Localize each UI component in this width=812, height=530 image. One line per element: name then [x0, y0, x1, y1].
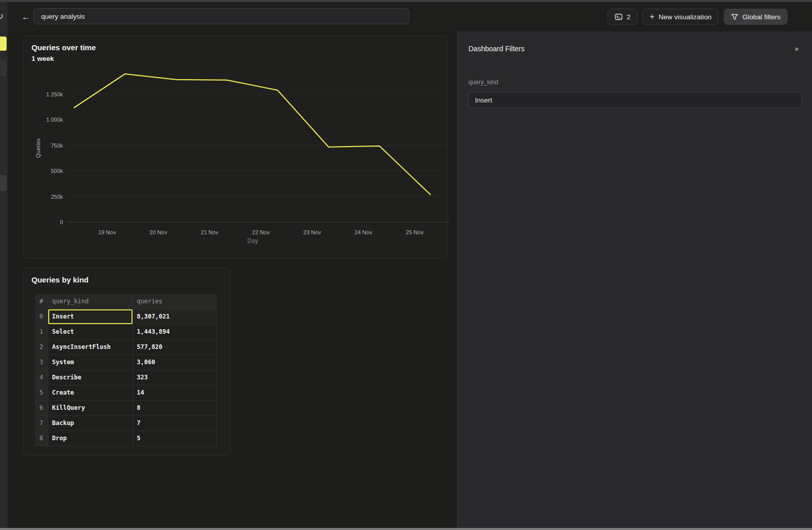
y-tick-label: 0 [60, 219, 63, 225]
row-index-cell[interactable]: 3 [35, 355, 48, 370]
sql-console-count-button[interactable]: 2 [607, 9, 638, 25]
table-header: #query_kindqueries [35, 294, 216, 309]
query-kind-cell[interactable]: KillQuery [48, 400, 132, 415]
topbar-actions: 2 + New visualization Global filters [607, 9, 788, 25]
row-index-cell[interactable]: 0 [35, 309, 48, 324]
top-bar: ← 2 + New visualization Global filter [8, 2, 812, 31]
table-title: Queries by kind [31, 275, 89, 284]
dashboard-title-input[interactable] [33, 8, 410, 24]
row-index-cell[interactable]: 4 [35, 370, 48, 385]
close-icon[interactable]: × [792, 44, 801, 53]
back-button[interactable]: ← [19, 11, 32, 24]
x-tick-label: 23 Nov [303, 229, 321, 235]
table-row[interactable]: 2AsyncInsertFlush577,820 [35, 339, 216, 355]
x-tick-label: 20 Nov [150, 229, 167, 235]
panel-title: Dashboard Filters [468, 45, 525, 53]
queries-count-cell[interactable]: 323 [132, 370, 216, 385]
sql-console-count-label: 2 [627, 13, 631, 21]
table-row[interactable]: 7Backup7 [35, 415, 216, 431]
sidebar-item-active[interactable] [0, 37, 7, 51]
queries-count-cell[interactable]: 8,307,021 [132, 309, 216, 324]
table-row[interactable]: 5Create14 [35, 385, 216, 400]
table-row[interactable]: 1Select1,443,894 [35, 324, 216, 339]
query-kind-cell[interactable]: Drop [48, 431, 132, 446]
query-kind-cell[interactable]: Select [48, 324, 132, 339]
table-row[interactable]: 0Insert8,307,021 [35, 309, 216, 324]
table-row[interactable]: 4Describe323 [35, 370, 216, 385]
left-sidebar-rail: ↻ [0, 2, 8, 528]
global-filters-label: Global filters [742, 13, 781, 21]
query-kind-cell[interactable]: Create [48, 385, 132, 400]
x-tick-label: 21 Nov [201, 229, 219, 235]
queries-count-cell[interactable]: 7 [132, 415, 216, 431]
line-series [74, 74, 430, 195]
filter-field-input[interactable] [468, 92, 802, 108]
y-tick-label: 1 000k [46, 117, 63, 123]
queries-count-cell[interactable]: 8 [132, 400, 216, 415]
query-kind-cell[interactable]: Describe [48, 370, 132, 385]
queries-count-cell[interactable]: 5 [132, 431, 216, 446]
queries-over-time-card: Queries over time 1 week 0250k500k750k1 … [23, 36, 448, 258]
y-tick-label: 500k [51, 168, 63, 174]
column-header[interactable]: queries [132, 294, 216, 309]
row-index-cell[interactable]: 1 [35, 324, 48, 339]
window-bottom-edge [0, 528, 812, 530]
queries-table: #query_kindqueries 0Insert8,307,0211Sele… [35, 294, 217, 446]
column-header[interactable]: # [35, 294, 48, 309]
new-visualization-label: New visualization [659, 13, 712, 21]
x-tick-label: 19 Nov [98, 229, 116, 235]
filter-field-label: query_kind [468, 79, 801, 86]
y-tick-label: 750k [51, 143, 63, 149]
column-header[interactable]: query_kind [48, 294, 132, 309]
y-axis-title: Queries [35, 138, 41, 158]
sql-console-icon [615, 13, 623, 21]
x-tick-label: 22 Nov [252, 229, 270, 235]
row-index-cell[interactable]: 5 [35, 385, 48, 400]
queries-count-cell[interactable]: 3,060 [132, 355, 216, 370]
queries-by-kind-card: Queries by kind #query_kindqueries 0Inse… [23, 268, 230, 455]
x-axis-title: Day [247, 237, 258, 244]
query-kind-cell[interactable]: AsyncInsertFlush [48, 339, 132, 355]
row-index-cell[interactable]: 2 [35, 339, 48, 355]
y-tick-label: 1 250k [46, 91, 63, 97]
global-filters-button[interactable]: Global filters [724, 9, 788, 25]
queries-count-cell[interactable]: 577,820 [132, 339, 216, 355]
plus-icon: + [650, 13, 654, 21]
table-row[interactable]: 8Drop5 [35, 431, 216, 446]
refresh-icon[interactable]: ↻ [0, 11, 4, 22]
panel-header: Dashboard Filters × [458, 31, 812, 66]
sidebar-item[interactable] [0, 60, 7, 76]
row-index-cell[interactable]: 6 [35, 400, 48, 415]
queries-count-cell[interactable]: 14 [132, 385, 216, 400]
queries-count-cell[interactable]: 1,443,894 [132, 324, 216, 339]
table-row[interactable]: 6KillQuery8 [35, 400, 216, 415]
query-kind-cell[interactable]: Backup [48, 415, 132, 431]
query-kind-cell[interactable]: System [48, 355, 132, 370]
funnel-icon [731, 13, 738, 21]
line-chart[interactable]: 0250k500k750k1 000k1 250k19 Nov20 Nov21 … [23, 36, 449, 259]
x-tick-label: 25 Nov [406, 229, 424, 235]
table-row[interactable]: 3System3,060 [35, 355, 216, 370]
sidebar-item[interactable] [0, 175, 7, 191]
new-visualization-button[interactable]: + New visualization [642, 9, 719, 25]
y-tick-label: 250k [51, 194, 63, 200]
dashboard-filters-panel: Dashboard Filters × query_kind [457, 31, 812, 528]
x-tick-label: 24 Nov [355, 229, 373, 235]
query-kind-cell[interactable]: Insert [48, 309, 132, 324]
row-index-cell[interactable]: 7 [35, 415, 48, 431]
row-index-cell[interactable]: 8 [35, 431, 48, 446]
